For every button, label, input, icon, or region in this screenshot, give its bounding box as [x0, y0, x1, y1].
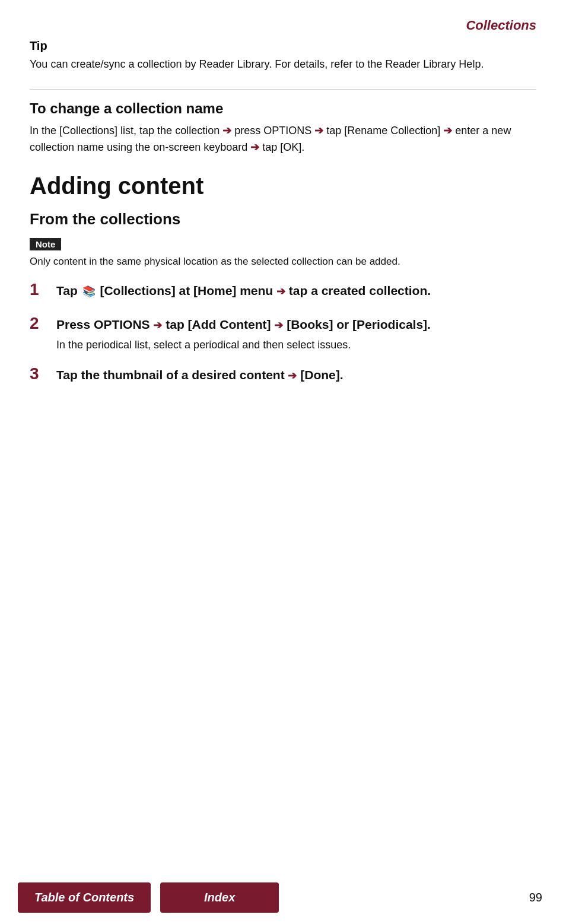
footer-buttons: Table of Contents Index	[18, 882, 279, 913]
footer: Table of Contents Index 99	[0, 877, 566, 924]
header: Collections	[30, 18, 536, 33]
step-2-arrow-1: ➔	[153, 319, 162, 331]
change-name-body: In the [Collections] list, tap the colle…	[30, 123, 536, 156]
step-3-arrow: ➔	[288, 370, 297, 382]
tip-heading: Tip	[30, 39, 536, 53]
note-text: Only content in the same physical locati…	[30, 254, 536, 269]
step-2-text-3: [Books] or [Periodicals].	[283, 317, 431, 331]
step-2-arrow-2: ➔	[274, 319, 283, 331]
step-1-content: Tap 📚 [Collections] at [Home] menu ➔ tap…	[56, 282, 536, 302]
step-1: 1 Tap 📚 [Collections] at [Home] menu ➔ t…	[30, 282, 536, 302]
step-3-content: Tap the thumbnail of a desired content ➔…	[56, 366, 536, 386]
divider-1	[30, 89, 536, 90]
step-2-main: Press OPTIONS ➔ tap [Add Content] ➔ [Boo…	[56, 316, 536, 334]
change-name-heading: To change a collection name	[30, 100, 536, 117]
step-3-text-2: [Done].	[297, 368, 343, 382]
collections-header-title: Collections	[466, 18, 536, 33]
from-collections-heading: From the collections	[30, 210, 536, 228]
collections-icon: 📚	[82, 284, 96, 299]
change-name-text-5: tap [OK].	[259, 141, 304, 153]
step-3-main: Tap the thumbnail of a desired content ➔…	[56, 366, 536, 384]
step-1-text-2: [Collections] at [Home] menu	[97, 284, 276, 297]
arrow-2: ➔	[314, 125, 323, 136]
arrow-4: ➔	[250, 141, 259, 153]
step-3-text-1: Tap the thumbnail of a desired content	[56, 368, 288, 382]
change-name-text-3: tap [Rename Collection]	[323, 125, 443, 136]
page: Collections Tip You can create/sync a co…	[0, 0, 566, 924]
arrow-3: ➔	[443, 125, 452, 136]
step-1-number: 1	[30, 280, 56, 299]
step-2-text-2: tap [Add Content]	[162, 317, 274, 331]
step-2-number: 2	[30, 314, 56, 333]
step-1-text-1: Tap	[56, 284, 81, 297]
step-2-content: Press OPTIONS ➔ tap [Add Content] ➔ [Boo…	[56, 316, 536, 353]
change-name-text-2: press OPTIONS	[231, 125, 314, 136]
step-2-text-1: Press OPTIONS	[56, 317, 153, 331]
step-3-number: 3	[30, 364, 56, 383]
step-2-sub: In the periodical list, select a periodi…	[56, 337, 536, 353]
step-2: 2 Press OPTIONS ➔ tap [Add Content] ➔ [B…	[30, 316, 536, 353]
note-badge: Note	[30, 238, 536, 254]
toc-button[interactable]: Table of Contents	[18, 882, 151, 913]
step-1-arrow: ➔	[276, 285, 285, 297]
change-name-text-1: In the [Collections] list, tap the colle…	[30, 125, 222, 136]
adding-content-heading: Adding content	[30, 173, 536, 199]
arrow-1: ➔	[222, 125, 231, 136]
step-3: 3 Tap the thumbnail of a desired content…	[30, 366, 536, 386]
index-button[interactable]: Index	[160, 882, 279, 913]
note-badge-label: Note	[30, 238, 61, 250]
step-1-main: Tap 📚 [Collections] at [Home] menu ➔ tap…	[56, 282, 536, 300]
step-1-text-3: tap a created collection.	[285, 284, 431, 297]
page-number: 99	[529, 891, 542, 904]
tip-text: You can create/sync a collection by Read…	[30, 56, 536, 72]
